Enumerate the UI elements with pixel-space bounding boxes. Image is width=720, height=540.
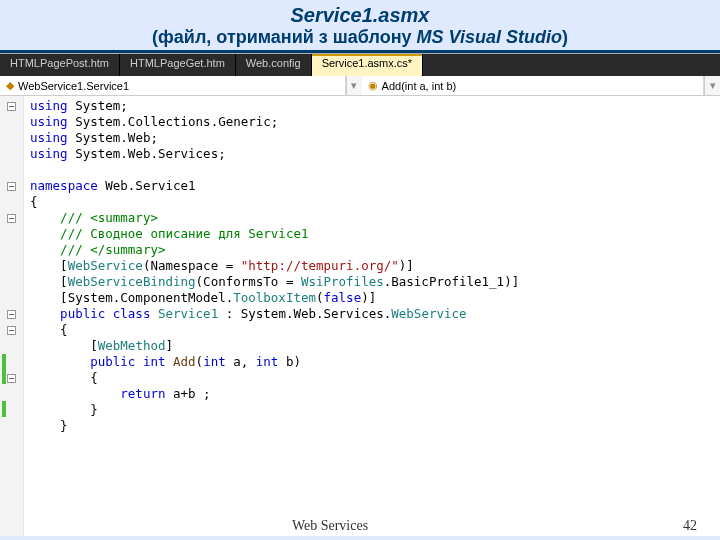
- kw-int-b: int: [256, 354, 279, 369]
- semi-3: ;: [150, 130, 158, 145]
- kw-int-ret: int: [143, 354, 166, 369]
- ide-window: HTMLPagePost.htm HTMLPageGet.htm Web.con…: [0, 53, 720, 536]
- change-marker-1: [2, 354, 6, 384]
- attr-webservicebinding: WebServiceBinding: [68, 274, 196, 289]
- subtitle-em: MS Visual Studio: [417, 27, 562, 47]
- folding-gutter: [0, 96, 24, 536]
- ns-generic: System.Collections.Generic: [75, 114, 271, 129]
- base-class: WebService: [391, 306, 466, 321]
- brace-method-close: }: [90, 402, 98, 417]
- slide-title: Service1.asmx (файл, отриманий з шаблону…: [0, 0, 720, 48]
- nav-member-label: Add(int a, int b): [382, 80, 457, 92]
- tab-bar: HTMLPagePost.htm HTMLPageGet.htm Web.con…: [0, 54, 720, 76]
- namespace-name: Web.Service1: [105, 178, 195, 193]
- comment-summary-text: /// Сводное описание для Service1: [60, 226, 308, 241]
- attr-webmethod: WebMethod: [98, 338, 166, 353]
- brace-class-close: }: [60, 418, 68, 433]
- change-marker-2: [2, 401, 6, 417]
- brace-class-open: {: [60, 322, 68, 337]
- kw-int-a: int: [203, 354, 226, 369]
- kw-using-3: using: [30, 130, 68, 145]
- attr-tb-pre: [System.ComponentModel.: [60, 290, 233, 305]
- fold-class[interactable]: [0, 322, 23, 338]
- tab-htmlpagepost[interactable]: HTMLPagePost.htm: [0, 54, 120, 76]
- ns-web: System.Web: [75, 130, 150, 145]
- semi-1: ;: [120, 98, 128, 113]
- nav-left-chevron[interactable]: ▾: [346, 76, 362, 95]
- code-area[interactable]: using System; using System.Collections.G…: [24, 96, 720, 536]
- title-subtitle: (файл, отриманий з шаблону MS Visual Stu…: [0, 27, 720, 48]
- class-colon: : System.Web.Services.: [218, 306, 391, 321]
- tab-service1-cs[interactable]: Service1.asmx.cs*: [312, 54, 423, 76]
- fold-attrs[interactable]: [0, 306, 23, 322]
- attr-wsb-end: .BasicProfile1_1)]: [384, 274, 519, 289]
- slide-footer: Web Services 42: [0, 518, 720, 534]
- brace-ns-open: {: [30, 194, 38, 209]
- nav-right-chevron[interactable]: ▾: [704, 76, 720, 95]
- attr-ws-url: "http://tempuri.org/": [241, 258, 399, 273]
- class-icon: ◆: [6, 79, 14, 92]
- nav-class-dropdown[interactable]: ◆ WebService1.Service1: [0, 76, 346, 95]
- attr-webservice: WebService: [68, 258, 143, 273]
- attr-wm-open: [: [90, 338, 98, 353]
- nav-member-dropdown[interactable]: ◉ Add(int a, int b): [362, 76, 704, 95]
- footer-title: Web Services: [0, 518, 660, 534]
- class-name: Service1: [158, 306, 218, 321]
- param-b: b): [278, 354, 301, 369]
- kw-using-2: using: [30, 114, 68, 129]
- kw-using-1: using: [30, 98, 68, 113]
- attr-wsb-open: [: [60, 274, 68, 289]
- fold-usings[interactable]: [0, 98, 23, 114]
- return-expr: a+b ;: [165, 386, 210, 401]
- method-add: Add: [173, 354, 196, 369]
- attr-tb-open: (: [316, 290, 324, 305]
- kw-using-4: using: [30, 146, 68, 161]
- footer-page: 42: [660, 518, 720, 534]
- kw-public-class: public: [60, 306, 105, 321]
- attr-toolboxitem: ToolboxItem: [233, 290, 316, 305]
- param-a: a,: [226, 354, 256, 369]
- kw-return: return: [120, 386, 165, 401]
- attr-ws-mid: (Namespace =: [143, 258, 241, 273]
- fold-summary[interactable]: [0, 210, 23, 226]
- title-filename: Service1.asmx: [0, 4, 720, 27]
- kw-class: class: [113, 306, 151, 321]
- code-editor: using System; using System.Collections.G…: [0, 96, 720, 536]
- method-icon: ◉: [368, 79, 378, 92]
- navigation-bar: ◆ WebService1.Service1 ▾ ◉ Add(int a, in…: [0, 76, 720, 96]
- semi-2: ;: [271, 114, 279, 129]
- brace-method-open: {: [90, 370, 98, 385]
- attr-ws-end: )]: [399, 258, 414, 273]
- ns-services: System.Web.Services: [75, 146, 218, 161]
- comment-summary-close: /// </summary>: [60, 242, 165, 257]
- semi-4: ;: [218, 146, 226, 161]
- nav-class-label: WebService1.Service1: [18, 80, 129, 92]
- comment-summary-open: /// <summary>: [60, 210, 158, 225]
- attr-wm-close: ]: [165, 338, 173, 353]
- kw-public-method: public: [90, 354, 135, 369]
- attr-tb-end: )]: [361, 290, 376, 305]
- sig-open: (: [196, 354, 204, 369]
- tab-webconfig[interactable]: Web.config: [236, 54, 312, 76]
- subtitle-pre: (файл, отриманий з шаблону: [152, 27, 416, 47]
- kw-false: false: [324, 290, 362, 305]
- ns-system: System: [75, 98, 120, 113]
- subtitle-post: ): [562, 27, 568, 47]
- attr-wsiprofiles: WsiProfiles: [301, 274, 384, 289]
- fold-namespace[interactable]: [0, 178, 23, 194]
- attr-wsb-mid: (ConformsTo =: [196, 274, 301, 289]
- attr-ws-open: [: [60, 258, 68, 273]
- kw-namespace: namespace: [30, 178, 98, 193]
- tab-htmlpageget[interactable]: HTMLPageGet.htm: [120, 54, 236, 76]
